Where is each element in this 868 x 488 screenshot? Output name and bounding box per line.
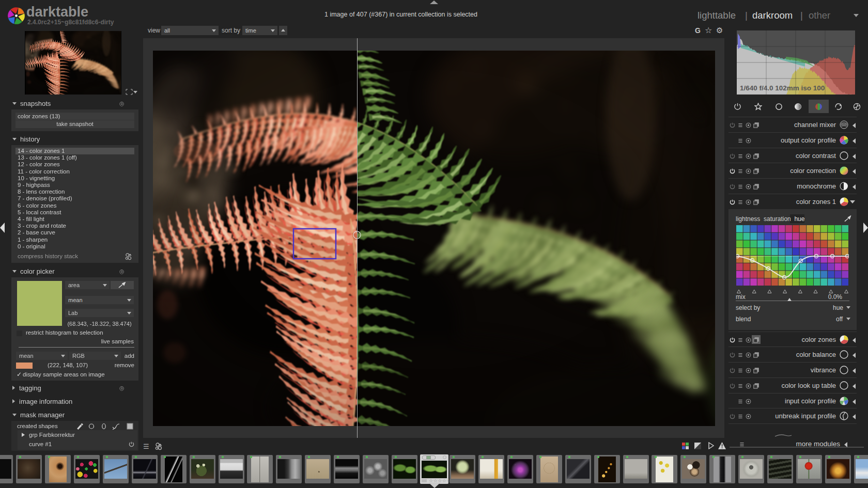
svg-text:1/640 f/4.0 102mm iso 100: 1/640 f/4.0 102mm iso 100	[740, 84, 825, 92]
